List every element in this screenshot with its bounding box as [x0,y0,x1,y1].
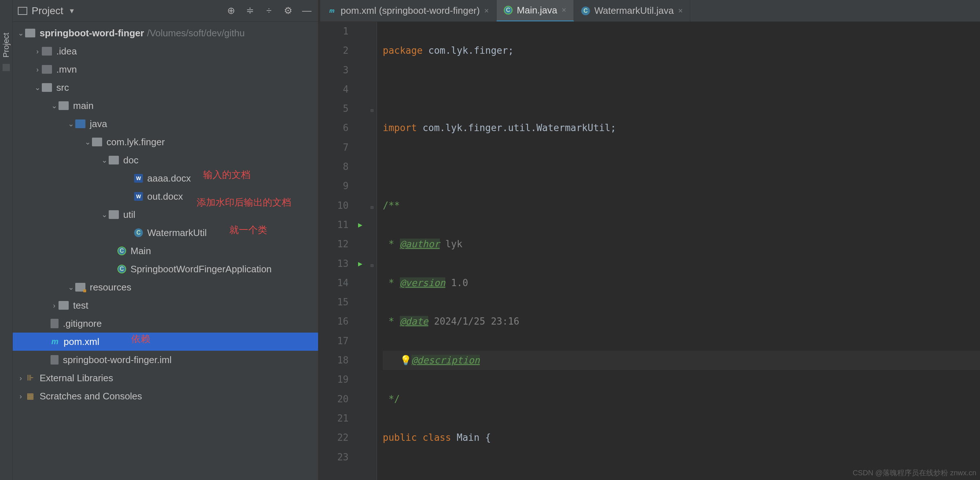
hide-icon[interactable]: — [301,5,313,17]
code-token: * [383,277,400,288]
word-icon: W [134,192,143,201]
package-icon [109,156,119,165]
tree-label: .mvn [56,64,77,75]
tree-item-util[interactable]: util [13,206,318,224]
code-token: @description [412,355,480,366]
folder-icon [42,83,52,92]
tree-label: External Libraries [40,372,113,384]
code-token: @date [400,316,428,327]
tree-item-idea[interactable]: .idea [13,42,318,60]
code-token: @version [400,277,445,288]
tree-item-gitignore[interactable]: .gitignore [13,314,318,333]
intention-bulb-icon[interactable]: 💡 [400,355,412,366]
project-view-icon[interactable] [18,7,27,15]
run-gutter[interactable]: ▶ ▶ [355,22,370,480]
tree-label: WatermarkUtil [147,227,207,239]
tab-watermark[interactable]: C WatermarkUtil.java × [574,0,690,21]
tree-label: util [123,209,135,220]
tree-item-pom[interactable]: mpom.xml [13,333,318,351]
gear-icon[interactable]: ⚙ [282,5,294,17]
tree-label: src [56,82,69,93]
tree-label: resources [90,282,131,293]
tree-item-app[interactable]: CSpringbootWordFingerApplication [13,260,318,278]
word-icon: W [134,174,143,183]
close-icon[interactable]: × [562,5,566,15]
tree-item-pkg[interactable]: com.lyk.finger [13,133,318,151]
tree-item-main[interactable]: main [13,97,318,115]
tree-label: springboot-word-finger [40,28,144,39]
close-icon[interactable]: × [484,6,489,16]
package-icon [92,138,102,146]
editor-area: m pom.xml (springboot-word-finger) × C M… [320,0,980,480]
tree-item-test[interactable]: test [13,296,318,314]
tree-item-mvn[interactable]: .mvn [13,60,318,78]
tree-label: aaaa.docx [147,173,191,184]
sources-folder-icon [75,119,86,128]
tree-item-resources[interactable]: resources [13,278,318,296]
project-tree[interactable]: springboot-word-finger /Volumes/soft/dev… [13,22,318,480]
tab-main[interactable]: C Main.java × [496,0,574,21]
line-number-gutter[interactable]: 1234567891011121314151617181920212223 [320,22,355,480]
project-tool-label[interactable]: Project [2,33,11,57]
locate-icon[interactable]: ⊕ [225,5,237,17]
code-content[interactable]: package com.lyk.finger; import com.lyk.f… [377,22,980,480]
tool-window-bar[interactable]: Project [0,0,13,480]
structure-icon[interactable] [3,64,10,71]
tree-item-extlib[interactable]: ⊪External Libraries [13,369,318,387]
code-token: ; [610,122,616,133]
tree-item-doc[interactable]: doc [13,151,318,169]
project-dropdown-icon[interactable]: ▾ [70,6,74,16]
fold-open-icon[interactable]: ⊟ [371,101,373,120]
resources-folder-icon [75,283,86,291]
sidebar-header: Project ▾ ⊕ ≑ ÷ ⚙ — [13,0,318,22]
folder-icon [42,47,52,55]
code-editor[interactable]: 1234567891011121314151617181920212223 ▶ … [320,22,980,480]
tree-label: .gitignore [63,318,102,330]
watermark-text: CSDN @落魄程序员在线炒粉 znwx.cn [853,468,976,478]
iml-file-icon [51,355,59,364]
code-token: package [383,45,423,56]
tree-label: SpringbootWordFingerApplication [130,264,272,275]
run-line-icon[interactable]: ▶ [358,215,363,234]
maven-icon: m [51,337,59,346]
tab-label: Main.java [517,5,557,16]
fold-close-icon[interactable]: ⊟ [371,198,373,217]
tree-label: Scratches and Consoles [40,391,142,402]
code-token: com.lyk.finger [423,45,508,56]
tree-item-out[interactable]: Wout.docx [13,187,318,206]
fold-gutter[interactable]: ⊟ ⊟ ⊟ [370,22,377,480]
code-token: @author [400,239,440,249]
code-token: com.lyk.finger.util.WatermarkUtil [417,122,610,133]
code-token: { [479,432,491,443]
tree-root[interactable]: springboot-word-finger /Volumes/soft/dev… [13,24,318,42]
expand-all-icon[interactable]: ≑ [244,5,256,17]
run-line-icon[interactable]: ▶ [358,254,363,273]
class-icon: C [134,228,143,237]
tree-item-aaaa[interactable]: Waaaa.docx [13,169,318,187]
code-token: Main [457,432,480,443]
tree-label: com.lyk.finger [107,136,165,148]
folder-icon [59,101,69,110]
tree-label: .idea [56,46,77,57]
fold-open-icon[interactable]: ⊟ [371,256,373,275]
tab-pom[interactable]: m pom.xml (springboot-word-finger) × [320,0,496,21]
tree-item-java[interactable]: java [13,115,318,133]
collapse-all-icon[interactable]: ÷ [263,5,275,17]
sidebar-title[interactable]: Project [32,5,63,17]
class-icon: C [581,6,590,15]
tree-label: doc [123,155,138,166]
tree-item-scratch[interactable]: ▦Scratches and Consoles [13,387,318,405]
tree-item-watermarkutil[interactable]: CWatermarkUtil [13,224,318,242]
tree-label: test [73,300,88,311]
code-token: public class [383,432,457,443]
code-token: 2024/1/25 23:16 [428,316,519,327]
close-icon[interactable]: × [678,6,683,16]
tree-label: Main [130,246,151,257]
tree-item-iml[interactable]: springboot-word-finger.iml [13,351,318,369]
class-run-icon: C [504,6,512,14]
project-sidebar: Project ▾ ⊕ ≑ ÷ ⚙ — springboot-word-fing… [13,0,318,480]
code-token: * [383,316,400,327]
tree-item-src[interactable]: src [13,78,318,97]
tree-label: main [73,100,94,111]
tree-item-mainclass[interactable]: CMain [13,242,318,260]
